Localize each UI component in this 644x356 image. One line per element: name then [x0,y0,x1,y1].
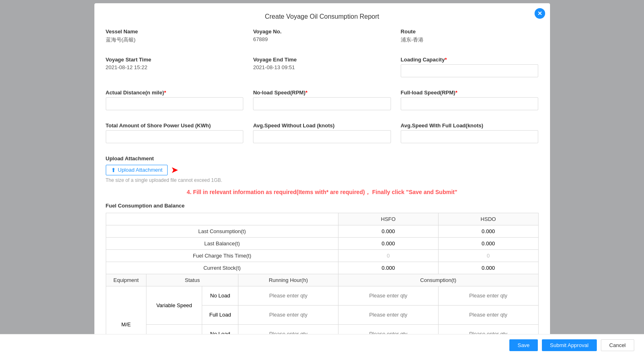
noload-speed-label: No-load Speed(RPM)* [253,90,391,96]
create-voyage-modal: Create Voyage Oil Consumption Report ✕ V… [94,3,550,353]
upload-attachment-button[interactable]: ⬆ Upload Attachment [106,165,168,175]
actual-distance-label: Actual Distance(n mile)* [106,90,244,96]
me-var-fullload-hsfo-input[interactable] [343,308,434,321]
cancel-button[interactable]: Cancel [601,339,634,351]
avg-speed-noload-group: Avg.Speed Without Load (knots) [253,122,391,143]
upload-section: Upload Attachment ⬆ Upload Attachment ➤ … [106,155,539,183]
me-var-fullload-running-input[interactable] [242,308,334,321]
noload-speed-input[interactable] [253,97,391,110]
hsfo-header: HSFO [338,213,439,225]
submit-approval-button[interactable]: Submit Approval [542,339,597,351]
actual-distance-input[interactable] [106,97,244,110]
full-load-label-1: Full Load [202,305,238,324]
avg-speed-fullload-group: Avg.Speed With Full Load(knots) [401,122,539,143]
voyage-no-value: 67889 [253,36,391,42]
fuel-charge-hsdo-cell[interactable] [438,249,538,262]
modal-title: Create Voyage Oil Consumption Report [106,13,539,20]
last-balance-hsfo: 0.000 [338,237,439,249]
shore-power-input[interactable] [106,130,244,143]
voyage-end-value: 2021-08-13 09:51 [253,64,391,70]
fuel-table: HSFO HSDO Last Consumption(t) 0.000 0.00… [106,213,539,353]
upload-section-label: Upload Attachment [106,155,539,162]
voyage-no-group: Voyage No. 67889 [253,28,391,44]
avg-speed-fullload-label: Avg.Speed With Full Load(knots) [401,122,539,129]
me-var-noload-hsdo-input[interactable] [443,289,534,302]
hsdo-header: HSDO [438,213,538,225]
last-consumption-label: Last Consumption(t) [106,225,338,237]
last-consumption-hsfo: 0.000 [338,225,439,237]
voyage-start-value: 2021-08-12 15:22 [106,64,244,70]
current-stock-hsdo: 0.000 [438,262,538,274]
status-header: Status [146,274,238,286]
fullload-speed-label: Full-load Speed(RPM)* [401,90,539,96]
me-var-noload-running-input[interactable] [242,289,334,302]
fuel-charge-label: Fuel Charge This Time(t) [106,249,338,262]
avg-speed-noload-input[interactable] [253,130,391,143]
fuel-charge-row: Fuel Charge This Time(t) [106,249,538,262]
loading-capacity-label: Loading Capacity* [401,57,539,63]
save-button[interactable]: Save [509,339,538,351]
upload-button-label: Upload Attachment [118,167,163,173]
vessel-name-group: Vessel Name 蓝海号(高银) [106,28,244,44]
route-label: Route [401,28,539,35]
vessel-name-value: 蓝海号(高银) [106,36,244,44]
voyage-start-label: Voyage Start Time [106,57,244,63]
upload-icon: ⬆ [111,167,116,173]
me-var-fullload-hsdo-input[interactable] [443,308,534,321]
avg-speed-fullload-input[interactable] [401,130,539,143]
voyage-start-group: Voyage Start Time 2021-08-12 15:22 [106,57,244,77]
fullload-speed-input[interactable] [401,97,539,110]
equipment-header-row: Equipment Status Running Hour(h) Consump… [106,274,538,286]
me-var-noload-hsfo-input[interactable] [343,289,434,302]
route-value: 浦东-香港 [401,36,539,44]
noload-speed-group: No-load Speed(RPM)* [253,90,391,110]
instruction-text: 4. Fill in relevant information as requi… [106,189,539,196]
close-button[interactable]: ✕ [535,8,545,19]
running-hour-header: Running Hour(h) [238,274,338,286]
shore-power-group: Total Amount of Shore Power Used (KWh) [106,122,244,143]
loading-capacity-input[interactable] [401,64,539,77]
current-stock-row: Current Stock(t) 0.000 0.000 [106,262,538,274]
consumption-header: Consumption(t) [338,274,538,286]
last-balance-row: Last Balance(t) 0.000 0.000 [106,237,538,249]
fuel-charge-hsfo-input[interactable] [343,253,434,259]
fuel-charge-hsdo-input[interactable] [443,253,534,259]
fuel-charge-hsfo-cell[interactable] [338,249,439,262]
actual-distance-group: Actual Distance(n mile)* [106,90,244,110]
voyage-no-label: Voyage No. [253,28,391,35]
me-variable-noload-row: M/E Variable Speed No Load [106,286,538,305]
no-load-label-1: No Load [202,286,238,305]
loading-capacity-group: Loading Capacity* [401,57,539,77]
avg-speed-noload-label: Avg.Speed Without Load (knots) [253,122,391,129]
vessel-name-label: Vessel Name [106,28,244,35]
current-stock-label: Current Stock(t) [106,262,338,274]
route-group: Route 浦东-香港 [401,28,539,44]
variable-speed-label: Variable Speed [146,286,202,324]
footer-bar: Save Submit Approval Cancel [0,334,644,356]
shore-power-label: Total Amount of Shore Power Used (KWh) [106,122,244,129]
upload-hint: The size of a single uploaded file canno… [106,177,539,183]
arrow-indicator: ➤ [171,165,178,175]
last-consumption-row: Last Consumption(t) 0.000 0.000 [106,225,538,237]
fullload-speed-group: Full-load Speed(RPM)* [401,90,539,110]
last-consumption-hsdo: 0.000 [438,225,538,237]
voyage-end-label: Voyage End Time [253,57,391,63]
last-balance-hsdo: 0.000 [438,237,538,249]
last-balance-label: Last Balance(t) [106,237,338,249]
current-stock-hsfo: 0.000 [338,262,439,274]
equipment-header: Equipment [106,274,146,286]
fuel-section-title: Fuel Consumption and Balance [106,203,539,209]
voyage-end-group: Voyage End Time 2021-08-13 09:51 [253,57,391,77]
